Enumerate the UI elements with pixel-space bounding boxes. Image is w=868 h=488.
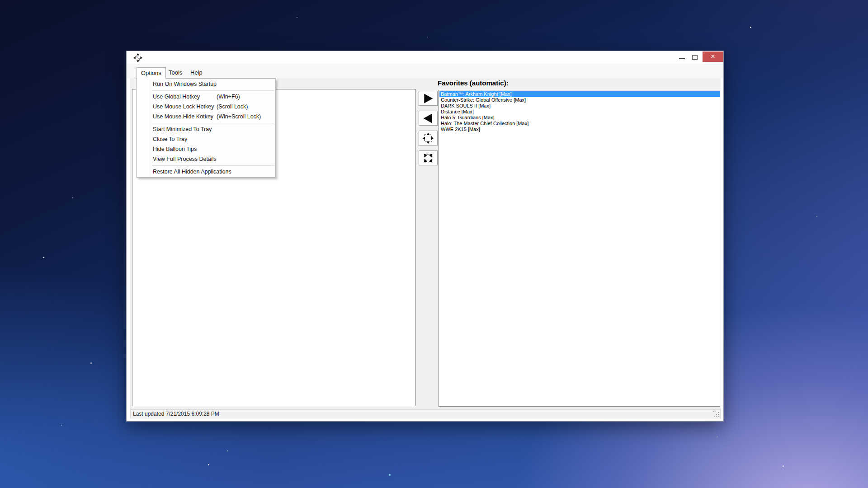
menu-item[interactable]: Use Mouse Lock Hotkey (Scroll Lock) [137,102,275,112]
make-borderless-button[interactable] [419,131,438,145]
arrows-outward-icon [422,132,434,144]
svg-text:G: G [138,58,140,61]
maximize-button[interactable] [690,53,700,62]
minimize-icon [679,58,685,59]
menu-bar: Options Tools Help [127,65,723,78]
desktop-wallpaper: B G ✕ Options Tools Help [0,0,868,488]
restore-window-button[interactable] [419,150,438,165]
star [72,197,73,198]
menu-help[interactable]: Help [186,67,207,79]
menu-item[interactable]: Run On Windows Startup [137,79,275,89]
titlebar[interactable]: B G ✕ [127,51,723,65]
star [90,362,92,364]
favorites-item[interactable]: Counter-Strike: Global Offensive [Max] [439,97,720,103]
favorites-item[interactable]: Halo: The Master Chief Collection [Max] [439,121,720,127]
favorites-item[interactable]: Distance [Max] [439,109,720,115]
favorites-item[interactable]: WWE 2K15 [Max] [439,127,720,132]
menu-item-shortcut: (Win+Scroll Lock) [217,112,261,122]
add-favorite-button[interactable] [419,91,438,106]
menu-item-label: View Full Process Details [153,156,217,162]
star [389,474,391,476]
menu-item[interactable]: View Full Process Details [137,154,275,164]
star [297,17,297,18]
star [750,27,751,28]
star [43,257,44,258]
menu-item-shortcut: (Win+F6) [217,92,240,102]
menu-item-label: Run On Windows Startup [153,81,217,87]
menu-item-label: Restore All Hidden Applications [153,169,231,175]
app-window: B G ✕ Options Tools Help [126,51,724,422]
star [208,464,209,465]
arrows-inward-icon [422,152,434,164]
menu-item-label: Use Mouse Hide Kotkey [153,113,213,120]
menu-item-label: Use Global Hotkey [153,94,200,100]
favorites-item[interactable]: DARK SOULS II [Max] [439,103,720,109]
options-menu: Run On Windows Startup Use Global Hotkey… [136,78,276,178]
menu-tools[interactable]: Tools [165,67,186,79]
menu-options[interactable]: Options [137,67,166,79]
star [783,465,784,467]
status-text: Last updated 7/21/2015 6:09:28 PM [133,410,219,418]
menu-item[interactable]: Hide Balloon Tips [137,144,275,154]
menu-item[interactable]: Start Minimized To Tray [137,124,275,134]
menu-item[interactable]: Restore All Hidden Applications [137,167,275,177]
menu-item-label: Start Minimized To Tray [153,126,212,132]
favorites-list[interactable]: Batman™: Arkham Knight [Max]Counter-Stri… [439,90,720,407]
minimize-button[interactable] [677,53,687,62]
close-button[interactable]: ✕ [703,52,723,62]
star [427,37,428,38]
favorites-item[interactable]: Batman™: Arkham Knight [Max] [439,91,720,97]
menu-item[interactable]: Use Mouse Hide Kotkey (Win+Scroll Lock) [137,112,275,122]
menu-item-label: Hide Balloon Tips [153,146,197,152]
remove-favorite-button[interactable] [419,111,438,126]
menu-item-label: Close To Tray [153,136,187,142]
status-bar: Last updated 7/21/2015 6:09:28 PM [130,409,721,418]
resize-grip-icon[interactable] [713,411,719,417]
close-icon: ✕ [711,53,715,60]
star [816,216,817,217]
menu-item[interactable]: Close To Tray [137,134,275,144]
star [717,436,717,437]
triangle-left-icon [422,113,434,124]
app-icon: B G [133,53,142,62]
favorites-item[interactable]: Halo 5: Guardians [Max] [439,115,720,121]
menu-item-label: Use Mouse Lock Hotkey [153,103,214,110]
menu-item-shortcut: (Scroll Lock) [217,102,248,112]
maximize-icon [692,55,698,60]
star [61,425,62,426]
favorites-label: Favorites (automatic): [438,79,509,87]
menu-item[interactable]: Use Global Hotkey (Win+F6) [137,92,275,102]
triangle-right-icon [422,93,434,104]
star [227,450,228,451]
